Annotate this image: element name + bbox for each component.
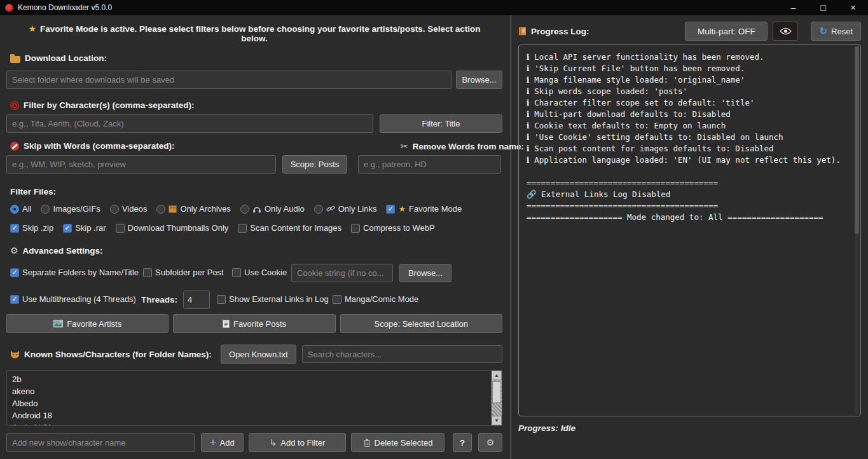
minimize-button[interactable]: – bbox=[778, 0, 808, 15]
checkbox-indicator bbox=[351, 224, 360, 233]
character-filter-input[interactable] bbox=[6, 114, 373, 133]
window-title: Kemono Downloader v5.0.0 bbox=[18, 3, 112, 12]
checkbox-show-external-links[interactable]: Show External Links in Log bbox=[217, 294, 329, 304]
radio-filter-videos[interactable]: Videos bbox=[110, 204, 148, 214]
log-line: 🔗 External Links Log Disabled bbox=[527, 189, 853, 200]
download-location-input[interactable] bbox=[6, 71, 451, 89]
download-location-label: Download Location: bbox=[25, 53, 107, 63]
radio-filter-all[interactable]: All bbox=[10, 204, 31, 214]
add-character-input[interactable] bbox=[6, 433, 195, 452]
character-list-item[interactable]: 2b bbox=[7, 373, 491, 385]
threads-spinner[interactable] bbox=[183, 291, 210, 309]
scrollbar-thumb[interactable] bbox=[492, 381, 501, 403]
image-icon bbox=[53, 320, 63, 327]
settings-panel: ★Favorite Mode is active. Please select … bbox=[0, 15, 509, 459]
reset-button[interactable]: ↻ Reset bbox=[811, 22, 861, 41]
arrow-branch-icon: ↳ bbox=[270, 437, 277, 448]
checkbox-indicator bbox=[116, 224, 125, 233]
checkbox-separate-folders[interactable]: Separate Folders by Name/Title bbox=[10, 268, 139, 277]
star-icon: ★ bbox=[398, 204, 406, 214]
character-search-input[interactable] bbox=[302, 345, 502, 363]
fox-icon bbox=[10, 350, 20, 359]
radio-filter-links[interactable]: Only Links bbox=[314, 204, 377, 214]
progress-log-output[interactable]: ℹ Local API server functionality has bee… bbox=[518, 45, 861, 416]
checkbox-multithreading[interactable]: Use Multithreading (4 Threads) bbox=[10, 294, 136, 304]
filter-files-label: Filter Files: bbox=[10, 187, 56, 196]
checkbox-skip-rar[interactable]: Skip .rar bbox=[63, 223, 106, 233]
app-icon bbox=[5, 4, 13, 12]
log-scrollbar-thumb[interactable] bbox=[855, 46, 859, 234]
add-character-button[interactable]: + Add bbox=[201, 433, 244, 452]
checkbox-indicator bbox=[143, 268, 152, 277]
radio-filter-archives[interactable]: Only Archives bbox=[156, 204, 230, 214]
gear-icon: ⚙ bbox=[486, 437, 495, 448]
checkbox-indicator bbox=[238, 224, 247, 233]
progress-panel: Progress Log: Multi-part: OFF ↻ Reset ℹ … bbox=[511, 15, 868, 459]
add-to-filter-button[interactable]: ↳ Add to Filter bbox=[249, 433, 346, 452]
eye-toggle-button[interactable] bbox=[773, 22, 798, 41]
checkbox-manga-mode[interactable]: Manga/Comic Mode bbox=[333, 294, 418, 304]
log-line: ==================== Mode changed to: Al… bbox=[527, 212, 853, 223]
radio-indicator bbox=[10, 205, 19, 214]
checkbox-favorite-mode[interactable]: ★ Favorite Mode bbox=[386, 204, 462, 214]
character-list-item[interactable]: Android 18 bbox=[7, 409, 491, 421]
scroll-up-button[interactable]: ▲ bbox=[492, 371, 502, 380]
help-button[interactable]: ? bbox=[453, 433, 472, 452]
radio-indicator bbox=[110, 205, 119, 214]
list-scrollbar[interactable]: ▲ ▼ bbox=[491, 371, 502, 425]
plus-icon: + bbox=[210, 437, 216, 448]
checkbox-indicator bbox=[333, 295, 341, 304]
link-icon bbox=[326, 205, 335, 213]
browse-cookie-button[interactable]: Browse... bbox=[399, 264, 451, 282]
radio-filter-images[interactable]: Images/GIFs bbox=[41, 204, 100, 214]
settings-button[interactable]: ⚙ bbox=[478, 433, 502, 452]
remove-words-label: Remove Words from name: bbox=[413, 142, 524, 151]
checkbox-skip-zip[interactable]: Skip .zip bbox=[10, 223, 53, 233]
log-line: ℹ 'Use Cookie' setting defaults to: Disa… bbox=[527, 132, 853, 143]
remove-words-input[interactable] bbox=[358, 155, 501, 174]
favorite-artists-button[interactable]: Favorite Artists bbox=[6, 314, 169, 333]
checkbox-indicator bbox=[386, 205, 395, 214]
log-scrollbar[interactable] bbox=[855, 46, 859, 414]
checkbox-use-cookie[interactable]: Use Cookie bbox=[232, 268, 287, 277]
target-icon bbox=[10, 101, 19, 110]
progress-status: Progress: Idle bbox=[518, 423, 861, 433]
maximize-button[interactable]: □ bbox=[808, 0, 838, 15]
skip-words-input[interactable] bbox=[6, 155, 276, 174]
threads-label: Threads: bbox=[141, 295, 177, 305]
character-list-item[interactable]: Android 21 bbox=[7, 421, 491, 425]
log-line: ℹ Local API server functionality has bee… bbox=[527, 51, 853, 63]
filter-scope-button[interactable]: Filter: Title bbox=[380, 114, 502, 133]
skip-words-label: Skip with Words (comma-separated): bbox=[24, 141, 175, 151]
checkbox-subfolder-per-post[interactable]: Subfolder per Post bbox=[143, 268, 224, 277]
checkbox-compress-webp[interactable]: Compress to WebP bbox=[351, 223, 434, 233]
skip-scope-button[interactable]: Scope: Posts bbox=[282, 155, 347, 174]
scope-selected-location-button[interactable]: Scope: Selected Location bbox=[340, 314, 502, 333]
radio-indicator bbox=[156, 205, 165, 214]
known-characters-label: Known Shows/Characters (for Folder Names… bbox=[24, 350, 212, 359]
scrollbar-track[interactable] bbox=[492, 380, 502, 416]
delete-selected-button[interactable]: Delete Selected bbox=[351, 433, 444, 452]
character-list-item[interactable]: Albedo bbox=[7, 397, 491, 409]
radio-indicator bbox=[41, 205, 50, 214]
multipart-toggle-button[interactable]: Multi-part: OFF bbox=[685, 22, 768, 41]
cookie-string-input[interactable] bbox=[291, 264, 393, 282]
browse-download-button[interactable]: Browse... bbox=[456, 71, 502, 89]
known-characters-list[interactable]: 2bakenoAlbedoAndroid 18Android 21 ▲ ▼ bbox=[6, 370, 502, 426]
checkbox-indicator bbox=[232, 268, 241, 277]
favorite-mode-banner: ★Favorite Mode is active. Please select … bbox=[6, 15, 502, 43]
radio-filter-audio[interactable]: Only Audio bbox=[240, 204, 305, 214]
trash-icon bbox=[363, 439, 371, 447]
checkbox-scan-content[interactable]: Scan Content for Images bbox=[238, 223, 341, 233]
favorite-posts-button[interactable]: Favorite Posts bbox=[173, 314, 335, 333]
star-icon: ★ bbox=[28, 24, 36, 34]
character-filter-label: Filter by Character(s) (comma-separated)… bbox=[24, 100, 195, 110]
scroll-down-button[interactable]: ▼ bbox=[492, 416, 502, 425]
log-line: ℹ Scan post content for images defaults … bbox=[527, 143, 853, 154]
gear-icon: ⚙ bbox=[10, 245, 18, 256]
open-known-txt-button[interactable]: Open Known.txt bbox=[221, 345, 296, 364]
character-list-item[interactable]: akeno bbox=[7, 385, 491, 397]
checkbox-indicator bbox=[10, 268, 19, 277]
close-button[interactable]: × bbox=[838, 0, 868, 15]
checkbox-thumbnails-only[interactable]: Download Thumbnails Only bbox=[116, 223, 229, 233]
